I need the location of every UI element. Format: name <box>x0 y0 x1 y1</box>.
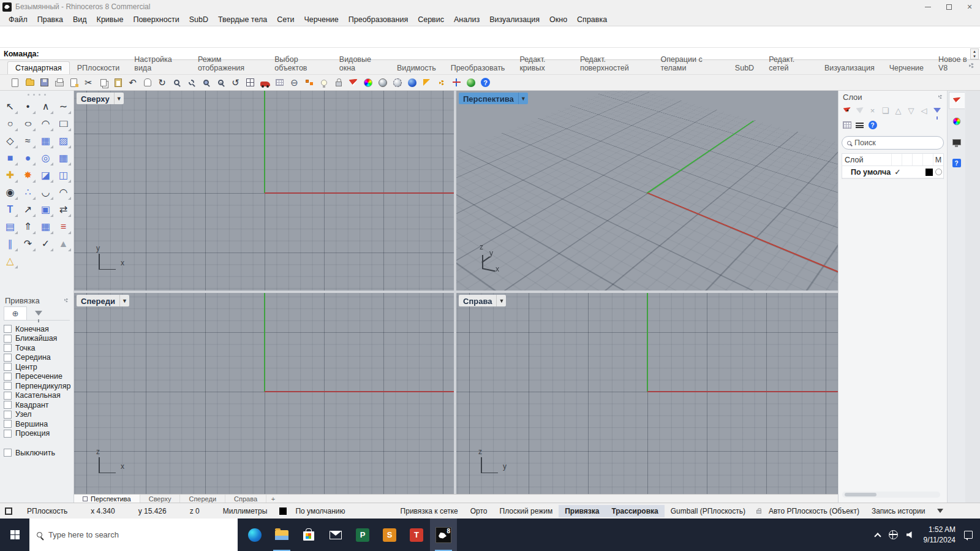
viewport-menu-arrow-icon[interactable]: ▼ <box>496 295 506 306</box>
gumball-icon[interactable] <box>450 76 462 89</box>
tab-subd[interactable]: SubD <box>728 62 761 74</box>
rendered-mode-icon[interactable] <box>405 76 418 89</box>
checkbox[interactable] <box>4 363 12 371</box>
new-layer-icon[interactable] <box>842 105 852 116</box>
menu-help[interactable]: Справка <box>572 14 612 25</box>
menu-analyze[interactable]: Анализ <box>449 14 484 25</box>
viewport-right-label[interactable]: Справа ▼ <box>459 295 506 306</box>
status-layer-swatch[interactable] <box>279 507 287 515</box>
osnap-knot[interactable]: Узел <box>4 410 70 420</box>
osnap-quadrant[interactable]: Квадрант <box>4 400 70 410</box>
checkbox[interactable] <box>4 401 12 409</box>
duplicate-layer-icon[interactable]: ❏ <box>880 105 891 116</box>
menu-file[interactable]: Файл <box>4 14 32 25</box>
layer-color-swatch[interactable] <box>925 169 933 176</box>
menu-render[interactable]: Визуализация <box>484 14 545 25</box>
menu-edit[interactable]: Правка <box>32 14 68 25</box>
toolbox-check-errors-icon[interactable]: ✓ <box>37 235 55 253</box>
toolbox-point-icon[interactable]: • <box>19 98 37 115</box>
menu-surfaces[interactable]: Поверхности <box>128 14 184 25</box>
toolbox-fillet-icon[interactable]: ◡ <box>37 184 55 201</box>
viewport-top[interactable]: Сверху ▼ y x <box>74 91 454 291</box>
osnap-tab-snaps[interactable]: ⊕ <box>4 306 27 320</box>
viewport-menu-arrow-icon[interactable]: ▼ <box>114 93 124 104</box>
lock-objects-icon[interactable] <box>332 76 345 89</box>
zoom-dynamic-icon[interactable] <box>170 76 183 89</box>
toolbox-blend-icon[interactable]: ◠ <box>55 184 72 201</box>
menu-subd[interactable]: SubD <box>184 14 213 25</box>
status-osnap[interactable]: Привязка <box>559 505 605 517</box>
toolbox-surface-grid-icon[interactable]: ▦ <box>55 150 72 167</box>
checkbox[interactable] <box>4 373 12 381</box>
taskbar-edge[interactable] <box>241 519 268 551</box>
status-auto-cplane[interactable]: Авто РПлоскость (Объект) <box>763 507 865 515</box>
copy-icon[interactable] <box>97 76 110 89</box>
checkbox[interactable] <box>4 430 12 438</box>
layer-filter-icon[interactable] <box>932 105 942 116</box>
status-filter-icon[interactable] <box>937 509 943 513</box>
checkbox[interactable] <box>4 392 12 400</box>
render-icon[interactable] <box>464 76 477 89</box>
cplane-icon[interactable]: ⊖ <box>288 76 301 89</box>
taskbar-store[interactable] <box>295 519 322 551</box>
tab-solid-ops[interactable]: Операции с телами <box>653 53 727 74</box>
save-file-icon[interactable] <box>38 76 51 89</box>
open-file-icon[interactable] <box>23 76 36 89</box>
menu-solids[interactable]: Твердые тела <box>213 14 272 25</box>
hide-objects-icon[interactable] <box>317 76 330 89</box>
zoom-extents-icon[interactable] <box>214 76 227 89</box>
scrollbar-thumb[interactable] <box>845 493 876 496</box>
osnap-tab-filter[interactable] <box>27 306 50 320</box>
toolbox-array-icon[interactable]: ▦ <box>37 218 55 235</box>
toolbox-surface-corner-icon[interactable]: ▨ <box>55 132 72 150</box>
taskbar-mail[interactable] <box>322 519 349 551</box>
osnap-near[interactable]: Ближайшая <box>4 334 70 344</box>
start-button[interactable] <box>0 519 29 551</box>
layer-up-icon[interactable]: △ <box>893 105 903 116</box>
toolbox-text-icon[interactable]: T <box>1 201 19 218</box>
layer-row-default[interactable]: По умолча✓ <box>842 166 943 178</box>
osnap-projection[interactable]: Проекция <box>4 429 70 439</box>
undo-view-icon[interactable]: ↺ <box>229 76 242 89</box>
toolbox-boolean-union-icon[interactable]: ✚ <box>1 167 19 184</box>
checkbox[interactable] <box>4 411 12 419</box>
minimize-button[interactable] <box>918 0 938 13</box>
tab-view-setup[interactable]: Настройка вида <box>127 53 190 74</box>
delete-layer-icon[interactable]: × <box>867 105 878 116</box>
tab-transform[interactable]: Преобразовать <box>443 62 513 74</box>
cut-icon[interactable]: ✂ <box>82 76 95 89</box>
ghosted-mode-icon[interactable] <box>391 76 404 89</box>
tab-mesh-edit[interactable]: Редакт. сетей <box>761 53 817 74</box>
toolbox-array-linear-icon[interactable]: ≡ <box>55 218 72 235</box>
taskbar-app-s[interactable]: S <box>376 519 403 551</box>
toolbox-split-icon[interactable]: ◫ <box>55 167 72 184</box>
toolbox-mirror-icon[interactable]: ⇄ <box>55 201 72 218</box>
status-cplane[interactable]: РПлоскость <box>21 507 74 515</box>
tab-cplanes[interactable]: РПлоскости <box>70 62 127 74</box>
toolbox-polygon-icon[interactable]: ◇ <box>1 132 19 150</box>
menu-curves[interactable]: Кривые <box>92 14 129 25</box>
zoom-selected-icon[interactable] <box>200 76 213 89</box>
tab-drafting[interactable]: Черчение <box>882 62 931 74</box>
checkbox[interactable] <box>4 382 12 390</box>
viewport-front-label[interactable]: Спереди ▼ <box>77 295 129 306</box>
taskbar-app-t[interactable]: T <box>403 519 430 551</box>
osnap-gear-icon[interactable] <box>64 298 68 302</box>
viewport-menu-arrow-icon[interactable]: ▼ <box>119 295 129 306</box>
toolbox-extrude-icon[interactable]: ⇑ <box>19 218 37 235</box>
layer-down-icon[interactable]: ▽ <box>906 105 916 116</box>
analyze-grid-icon[interactable] <box>273 76 286 89</box>
zoom-window-icon[interactable] <box>185 76 198 89</box>
print-icon[interactable] <box>53 76 66 89</box>
taskbar-app-p[interactable]: P <box>349 519 376 551</box>
status-gumball[interactable]: Gumball (РПлоскость) <box>665 507 752 515</box>
toolbox-orient-icon[interactable]: ↷ <box>19 235 37 253</box>
menu-drafting[interactable]: Черчение <box>300 14 344 25</box>
status-smarttrack[interactable]: Трассировка <box>605 505 664 517</box>
action-center-icon[interactable] <box>964 531 973 539</box>
toolbox-box-icon[interactable]: ■ <box>1 150 19 167</box>
osnap-center[interactable]: Центр <box>4 362 70 372</box>
vtab-right[interactable]: Справа <box>225 495 266 503</box>
checkbox[interactable] <box>4 449 12 457</box>
viewport-perspective[interactable]: Перспектива ▼ z y x <box>456 91 838 291</box>
